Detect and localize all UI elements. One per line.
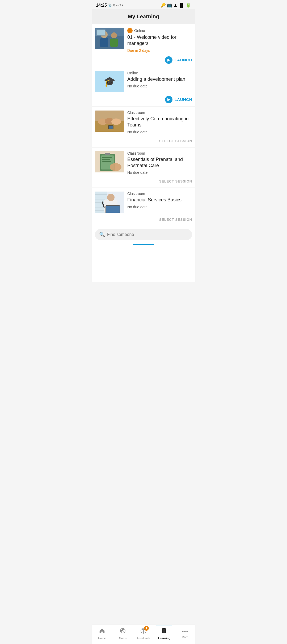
- feedback-label: Feedback: [137, 637, 150, 640]
- signal-icon: ▐▌: [179, 3, 185, 8]
- svg-point-12: [111, 118, 121, 125]
- svg-point-48: [187, 631, 188, 632]
- svg-rect-18: [102, 157, 112, 158]
- nav-home[interactable]: Home: [92, 625, 112, 640]
- svg-rect-5: [110, 39, 118, 47]
- item-type-3: Classroom: [127, 111, 145, 115]
- wifi-icon: ▲: [173, 3, 178, 8]
- page-title: My Learning: [128, 14, 159, 19]
- svg-rect-1: [95, 36, 124, 49]
- learning-item-5: Classroom Financial Services Basics No d…: [92, 188, 195, 226]
- learning-active-line: [156, 625, 172, 625]
- item-info-4: Classroom Essentials of Prenatal and Pos…: [127, 151, 192, 175]
- svg-rect-20: [102, 161, 111, 162]
- status-icons-right: 🔑 📺 ▲ ▐▌ 🔋: [161, 3, 191, 8]
- home-icon: [99, 628, 105, 635]
- item-due-2: No due date: [127, 84, 192, 88]
- status-bar: 14:25 📡 ▽ ▪ ↺ • 🔑 📺 ▲ ▐▌ 🔋: [92, 0, 195, 9]
- item-due-1: Due in 2 days: [127, 48, 192, 53]
- svg-rect-21: [105, 153, 110, 155]
- more-label: More: [182, 635, 188, 639]
- learning-item-4: Classroom Essentials of Prenatal and Pos…: [92, 147, 195, 188]
- svg-point-33: [107, 194, 115, 201]
- item-info-3: Classroom Effectively Communicating in T…: [127, 111, 192, 134]
- select-session-button-4[interactable]: SELECT SESSION: [159, 178, 192, 184]
- svg-rect-45: [166, 629, 166, 633]
- thumbnail-2: 🎓: [95, 71, 124, 92]
- svg-rect-19: [102, 159, 110, 160]
- select-session-button-3[interactable]: SELECT SESSION: [159, 138, 192, 144]
- item-type-4: Classroom: [127, 151, 145, 155]
- launch-label-1: LAUNCH: [175, 58, 192, 62]
- item-due-5: No due date: [127, 205, 192, 209]
- play-icon-2: ▶: [165, 96, 172, 103]
- item-type-2: Online: [127, 71, 138, 75]
- status-icons-left: 📡 ▽ ▪ ↺ •: [108, 3, 123, 7]
- nav-goals[interactable]: Goals: [112, 625, 133, 640]
- cap-icon: 🎓: [104, 76, 116, 87]
- item-due-3: No due date: [127, 130, 192, 134]
- svg-rect-7: [97, 30, 105, 35]
- status-time: 14:25: [96, 3, 107, 8]
- learning-icon: [161, 628, 167, 635]
- search-input[interactable]: [107, 232, 188, 237]
- search-section: 🔍: [92, 226, 195, 243]
- item-type-1: Online: [134, 28, 145, 33]
- learning-item-1: ! Online 01 - Welcome video for managers…: [92, 24, 195, 67]
- feedback-icon: 1: [140, 628, 147, 635]
- svg-point-47: [184, 631, 186, 632]
- home-label: Home: [98, 637, 106, 640]
- thumbnail-5: [95, 192, 124, 213]
- svg-rect-35: [106, 206, 120, 213]
- svg-point-22: [110, 163, 121, 171]
- thumbnail-4: [95, 151, 124, 172]
- feedback-badge: 1: [144, 626, 149, 631]
- search-bar[interactable]: 🔍: [95, 229, 192, 240]
- svg-rect-14: [109, 126, 113, 129]
- goals-icon: [120, 628, 126, 635]
- learning-list: ! Online 01 - Welcome video for managers…: [92, 24, 195, 282]
- page-header: My Learning: [92, 9, 195, 24]
- cast-icon: 📺: [167, 3, 172, 8]
- item-title-1: 01 - Welcome video for managers: [127, 34, 192, 47]
- item-info-5: Classroom Financial Services Basics No d…: [127, 192, 192, 209]
- key-icon: 🔑: [161, 3, 166, 8]
- play-icon-1: ▶: [165, 56, 172, 64]
- svg-rect-3: [100, 38, 108, 47]
- svg-rect-26: [95, 197, 107, 197]
- active-tab-indicator: [133, 244, 154, 245]
- item-due-4: No due date: [127, 170, 192, 175]
- learning-item-3: Classroom Effectively Communicating in T…: [92, 107, 195, 147]
- goals-label: Goals: [119, 637, 127, 640]
- nav-learning[interactable]: Learning: [154, 625, 175, 640]
- more-icon: [182, 628, 188, 634]
- item-info-1: ! Online 01 - Welcome video for managers…: [127, 28, 192, 53]
- svg-rect-25: [95, 194, 107, 195]
- item-type-5: Classroom: [127, 192, 145, 196]
- item-title-2: Adding a development plan: [127, 76, 192, 82]
- svg-rect-44: [163, 629, 165, 633]
- item-info-2: Online Adding a development plan No due …: [127, 71, 192, 88]
- learning-item-2: 🎓 Online Adding a development plan No du…: [92, 67, 195, 107]
- nav-more[interactable]: More: [175, 625, 195, 640]
- item-title-3: Effectively Communicating in Teams: [127, 116, 192, 128]
- launch-button-1[interactable]: ▶ LAUNCH: [165, 56, 192, 64]
- battery-icon: 🔋: [186, 3, 191, 8]
- launch-label-2: LAUNCH: [175, 97, 192, 102]
- learning-label: Learning: [158, 637, 170, 640]
- thumbnail-3: [95, 111, 124, 132]
- svg-point-39: [122, 630, 123, 631]
- item-title-4: Essentials of Prenatal and Postnatal Car…: [127, 156, 192, 169]
- thumbnail-1: [95, 28, 124, 49]
- svg-point-4: [111, 32, 117, 38]
- bottom-navigation: Home Goals 1 Feedback: [92, 625, 195, 644]
- item-title-5: Financial Services Basics: [127, 197, 192, 203]
- search-icon: 🔍: [99, 232, 105, 238]
- svg-point-46: [182, 631, 184, 632]
- launch-button-2[interactable]: ▶ LAUNCH: [165, 96, 192, 103]
- nav-feedback[interactable]: 1 Feedback: [133, 625, 154, 640]
- alert-icon-1: !: [127, 28, 133, 33]
- select-session-button-5[interactable]: SELECT SESSION: [159, 217, 192, 223]
